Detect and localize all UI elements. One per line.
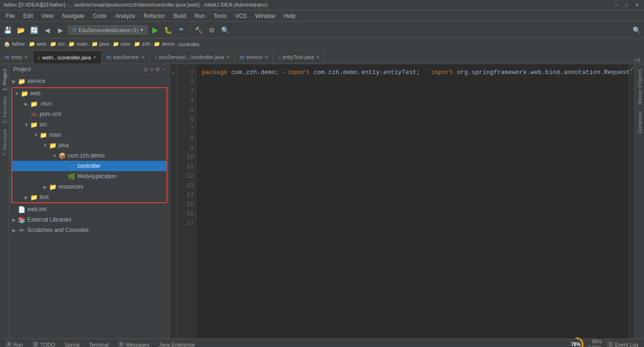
- tree-main-web[interactable]: ▼ 📁 main: [12, 130, 166, 140]
- bottom-tab-run[interactable]: 4 Run: [4, 340, 25, 347]
- bottom-tab-todo[interactable]: 6 TODO: [31, 340, 57, 347]
- coverage-button[interactable]: ☂: [176, 25, 187, 36]
- vtab-favorites[interactable]: 2: Favorites: [1, 93, 8, 126]
- breadcrumb-zzh[interactable]: 📁 zzh: [134, 41, 150, 47]
- breadcrumb-src[interactable]: 📁 src: [50, 41, 65, 47]
- search-everywhere-button[interactable]: 🔍: [220, 25, 231, 36]
- run-config-dropdown[interactable]: ⚙ EduServiceApplication (1) ▾: [68, 25, 148, 34]
- inspection-bar: ✓: [629, 64, 635, 339]
- tabs-overflow[interactable]: ≡4: [630, 57, 644, 64]
- folder-web-icon: 📁: [21, 90, 28, 97]
- tab-icon-c2: c: [155, 54, 157, 60]
- tree-test-web[interactable]: ▶ 📁 test: [12, 192, 166, 202]
- tab-eduservice-label: eduService: [113, 54, 139, 60]
- debug-button[interactable]: 🐛: [163, 25, 174, 36]
- settings-button[interactable]: ⚙: [206, 25, 218, 36]
- menu-build[interactable]: Build: [170, 12, 190, 20]
- sidebar-locate-btn[interactable]: ⊙: [143, 66, 148, 73]
- bottom-tab-javaee[interactable]: Java Enterprise: [157, 341, 197, 347]
- package-label: com.zzh.demo: [68, 152, 105, 159]
- tree-scratches[interactable]: ▶ ✏ Scratches and Consoles: [9, 225, 169, 235]
- tab-entiy-close[interactable]: ✕: [24, 55, 28, 60]
- tab-controller-close[interactable]: ✕: [93, 55, 97, 60]
- tab-service-close[interactable]: ✕: [264, 55, 268, 60]
- toolbar-back-btn[interactable]: 💾: [2, 25, 13, 36]
- tab-eduservice-close[interactable]: ✕: [141, 55, 145, 60]
- tab-eduservice-controller[interactable]: c eduService\...\controller.java ✕: [150, 50, 235, 64]
- arrow-main-web: ▼: [33, 132, 39, 138]
- tab-eduservice[interactable]: m eduService ✕: [102, 50, 150, 64]
- minimize-button[interactable]: ─: [613, 2, 619, 8]
- breadcrumb-main[interactable]: 📁 main: [68, 41, 88, 47]
- tree-package-web[interactable]: ▼ 📦 com.zzh.demo: [12, 150, 166, 161]
- vtab-structure[interactable]: 7: Structure: [1, 126, 8, 159]
- vtab-project[interactable]: 1: Project: [1, 66, 8, 93]
- code-editor[interactable]: package com.zzh.demo; − import com.zzh.d…: [196, 64, 629, 339]
- ext-libs-label: External Libraries: [27, 216, 71, 223]
- tab-service[interactable]: m service ✕: [235, 50, 273, 64]
- bottom-tab-spring[interactable]: Spring: [63, 341, 82, 347]
- tree-resources-web[interactable]: ▶ 📁 resources: [12, 182, 166, 192]
- sidebar-collapse-btn[interactable]: ≡: [150, 66, 153, 73]
- maximize-button[interactable]: □: [623, 2, 630, 8]
- line-num-3: 3: [179, 87, 194, 96]
- build-button[interactable]: 🔨: [193, 25, 205, 36]
- breadcrumb-java[interactable]: 📁 java: [91, 41, 109, 47]
- tree-service[interactable]: ▶ 📁 service: [9, 76, 169, 86]
- toolbar-sync-btn[interactable]: 🔄: [28, 25, 40, 36]
- menu-code[interactable]: Code: [89, 12, 110, 20]
- menu-tools[interactable]: Tools: [210, 12, 231, 20]
- toolbar-save-btn[interactable]: 📂: [15, 25, 26, 36]
- tree-src-web[interactable]: ▼ 📁 src: [12, 119, 166, 130]
- menu-view[interactable]: View: [38, 12, 58, 20]
- tree-controller-selected[interactable]: ▶ c controller: [12, 161, 166, 171]
- tab-entiytest-close[interactable]: ✕: [316, 55, 320, 60]
- breadcrumb-controller[interactable]: controller: [178, 41, 199, 47]
- menu-help[interactable]: Help: [280, 12, 299, 20]
- tab-controller[interactable]: c web\...\controller.java ✕: [33, 50, 102, 64]
- tab-eduservice-controller-label: eduService\...\controller.java: [159, 54, 224, 60]
- tab-entiytest[interactable]: c entiyTest.java ✕: [273, 50, 325, 64]
- spring-icon: 🌿: [68, 173, 75, 180]
- search-button[interactable]: 🔍: [631, 25, 642, 36]
- right-tab-maven[interactable]: Maven Projects: [636, 66, 644, 107]
- close-button[interactable]: ✕: [634, 2, 640, 8]
- net-up: 0K/s: [592, 339, 602, 345]
- menu-vcs[interactable]: VCS: [231, 12, 251, 20]
- menu-file[interactable]: File: [2, 12, 18, 20]
- editor-container: ✓ 1 2 3 4 5 6 7 8 9 10 11 12 13 14 15 16…: [170, 64, 635, 339]
- menu-window[interactable]: Window: [251, 12, 279, 20]
- tree-web[interactable]: ▼ 📁 web: [12, 88, 166, 99]
- tree-webapplication[interactable]: ▶ 🌿 WebApplication: [12, 171, 166, 182]
- breadcrumb-father[interactable]: 🏠 father: [4, 41, 25, 47]
- tab-eduservice-controller-close[interactable]: ✕: [226, 55, 230, 60]
- bottom-tab-messages[interactable]: 0 Messages: [116, 340, 151, 347]
- sidebar-minimize-btn[interactable]: −: [162, 66, 165, 73]
- right-tab-database[interactable]: Database: [636, 108, 644, 136]
- toolbar-nav-fwd[interactable]: ▶: [55, 25, 66, 36]
- tree-java-web[interactable]: ▼ 📁 java: [12, 140, 166, 150]
- run-button[interactable]: ▶: [149, 25, 161, 36]
- bottom-tab-terminal[interactable]: Terminal: [87, 341, 111, 347]
- code-line-3: − import com.zzh.demo.entiy.entiyTest;: [283, 68, 420, 77]
- breadcrumb-demo[interactable]: 📁 demo: [154, 41, 175, 47]
- breadcrumb-web[interactable]: 📁 web: [29, 41, 46, 47]
- tree-web-iml[interactable]: ▶ 📄 web.iml: [9, 204, 169, 215]
- sidebar-settings-btn[interactable]: ⚙: [155, 66, 160, 73]
- folder-mvn-icon: 📁: [30, 100, 38, 107]
- menu-run[interactable]: Run: [191, 12, 209, 20]
- tree-mvn[interactable]: ▶ 📁 .mvn: [12, 99, 166, 109]
- gutter-check: ✓: [170, 68, 177, 77]
- toolbar: 💾 📂 🔄 ◀ ▶ ⚙ EduServiceApplication (1) ▾ …: [0, 22, 644, 39]
- event-log-tab[interactable]: 1 Event Log: [605, 340, 640, 347]
- tree-pom-web[interactable]: ▶ m pom.xml: [12, 109, 166, 119]
- menu-analyze[interactable]: Analyze: [111, 12, 139, 20]
- tree-ext-libs[interactable]: ▶ 📚 External Libraries: [9, 215, 169, 225]
- menu-navigate[interactable]: Navigate: [58, 12, 88, 20]
- tab-entiy[interactable]: m entiy ✕: [0, 50, 33, 64]
- breadcrumb-com[interactable]: 📁 com: [113, 41, 131, 47]
- toolbar-nav-back[interactable]: ◀: [41, 25, 53, 36]
- menu-edit[interactable]: Edit: [19, 12, 37, 20]
- mvn-label: .mvn: [40, 100, 52, 107]
- menu-refactor[interactable]: Refactor: [140, 12, 169, 20]
